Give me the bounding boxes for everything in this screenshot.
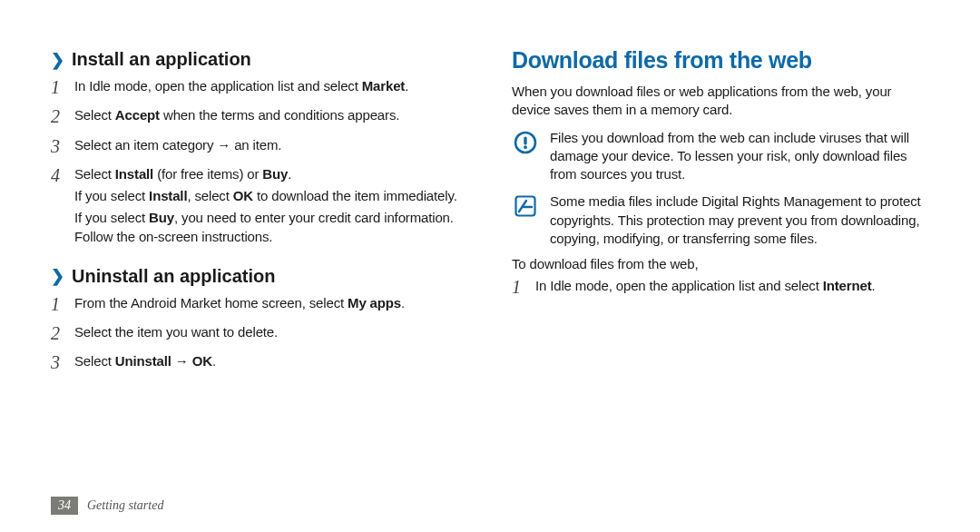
info-text: Some media files include Digital Rights … [550, 192, 929, 248]
info-note: Some media files include Digital Rights … [512, 192, 929, 248]
step-text: In Idle mode, open the application list … [535, 277, 876, 295]
step-text: Select the item you want to delete. [74, 323, 278, 341]
step-number: 1 [51, 294, 65, 316]
step-text: If you select Buy, you need to enter you… [74, 209, 468, 246]
svg-point-2 [524, 145, 527, 149]
download-steps: 1In Idle mode, open the application list… [512, 277, 929, 299]
step-body: Select Install (for free items) or Buy.I… [74, 165, 468, 250]
step-number: 1 [51, 77, 65, 99]
step-text: Select Accept when the terms and conditi… [74, 106, 399, 124]
warning-text: Files you download from the web can incl… [550, 129, 929, 184]
step-number: 2 [51, 323, 65, 345]
step-text: If you select Install, select OK to down… [74, 187, 468, 205]
step-text: In Idle mode, open the application list … [74, 77, 408, 95]
warning-icon [512, 129, 539, 184]
uninstall-heading-text: Uninstall an application [72, 266, 275, 287]
install-heading: ❯ Install an application [51, 49, 468, 70]
right-column: Download files from the web When you dow… [512, 47, 929, 483]
step: 2Select Accept when the terms and condit… [51, 106, 468, 128]
install-steps: 1In Idle mode, open the application list… [51, 77, 468, 250]
page-body: ❯ Install an application 1In Idle mode, … [0, 0, 980, 483]
step-body: Select the item you want to delete. [74, 323, 278, 345]
step-body: In Idle mode, open the application list … [535, 277, 876, 299]
step-number: 4 [51, 165, 65, 250]
step-body: From the Android Market home screen, sel… [74, 294, 405, 316]
step: 4Select Install (for free items) or Buy.… [51, 165, 468, 250]
step-text: Select Install (for free items) or Buy. [74, 165, 468, 183]
chevron-icon: ❯ [51, 52, 64, 68]
lead-text: To download files from the web, [512, 255, 929, 273]
step-text: Select Uninstall → OK. [74, 352, 216, 370]
step-text: From the Android Market home screen, sel… [74, 294, 405, 312]
step: 3Select Uninstall → OK. [51, 352, 468, 374]
intro-text: When you download files or web applicati… [512, 83, 929, 120]
step-number: 2 [51, 106, 65, 128]
step-number: 1 [512, 277, 526, 299]
step-text: Select an item category → an item. [74, 136, 281, 154]
step: 1In Idle mode, open the application list… [51, 77, 468, 99]
page-footer: 34 Getting started [0, 483, 980, 519]
left-column: ❯ Install an application 1In Idle mode, … [51, 47, 468, 483]
step: 1From the Android Market home screen, se… [51, 294, 468, 316]
step-number: 3 [51, 352, 65, 374]
step-number: 3 [51, 136, 65, 158]
section-name: Getting started [87, 498, 163, 513]
step: 1In Idle mode, open the application list… [512, 277, 929, 299]
step-body: In Idle mode, open the application list … [74, 77, 408, 99]
step: 3Select an item category → an item. [51, 136, 468, 158]
note-icon [512, 192, 539, 248]
uninstall-steps: 1From the Android Market home screen, se… [51, 294, 468, 375]
section-title: Download files from the web [512, 47, 929, 74]
svg-rect-1 [524, 136, 526, 144]
step-body: Select Accept when the terms and conditi… [74, 106, 399, 128]
page-number: 34 [51, 497, 78, 515]
step-body: Select Uninstall → OK. [74, 352, 216, 374]
install-heading-text: Install an application [72, 49, 251, 70]
step-body: Select an item category → an item. [74, 136, 281, 158]
chevron-icon: ❯ [51, 268, 64, 284]
uninstall-heading: ❯ Uninstall an application [51, 266, 468, 287]
step: 2Select the item you want to delete. [51, 323, 468, 345]
warning-note: Files you download from the web can incl… [512, 129, 929, 184]
